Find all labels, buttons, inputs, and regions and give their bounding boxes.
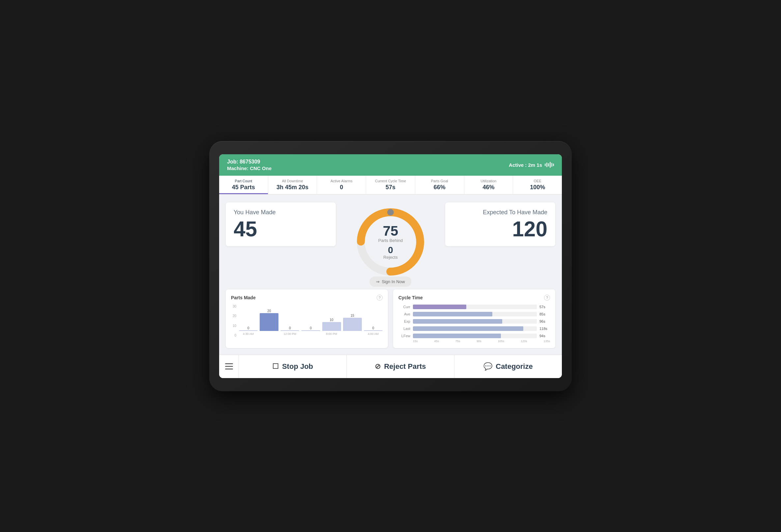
bar-rect-0 xyxy=(239,330,258,331)
menu-button[interactable] xyxy=(219,355,239,378)
stop-job-icon: ☐ xyxy=(272,362,279,371)
bar-group-5: 15 xyxy=(343,304,362,331)
parts-made-chart-area: 30 20 10 0 0200010150 4:30 AM12:00 PM8:0… xyxy=(231,304,382,337)
header-left: Job: 8675309 Machine: CNC One xyxy=(227,159,272,171)
bar-group-6: 0 xyxy=(364,304,382,331)
stop-job-label: Stop Job xyxy=(282,362,313,371)
cycle-time-help-icon[interactable]: ? xyxy=(544,295,550,300)
parts-behind-label: Parts Behind xyxy=(378,238,403,243)
y-axis: 30 20 10 0 xyxy=(231,304,238,337)
bar-group-1: 20 xyxy=(260,304,279,331)
status-text: Active : 2m 1s xyxy=(509,162,542,168)
reject-parts-button[interactable]: ⊘ Reject Parts xyxy=(347,355,454,378)
job-label: Job: 8675309 xyxy=(227,159,272,165)
reject-parts-label: Reject Parts xyxy=(384,362,426,371)
bar-rect-4 xyxy=(322,322,341,331)
parts-behind-value: 75 xyxy=(378,224,403,238)
bottom-row: Parts Made ? 30 20 10 0 0200010150 4:30 … xyxy=(226,289,555,348)
metrics-bar: Part Count 45 PartsAll Downtime 3h 45m 2… xyxy=(219,176,562,195)
stop-job-button[interactable]: ☐ Stop Job xyxy=(239,355,347,378)
bar-group-2: 0 xyxy=(280,304,299,331)
status-label: Active : 2m 1s xyxy=(509,162,554,168)
metric-item-5[interactable]: Utilization 46% xyxy=(464,176,513,194)
bar-group-0: 0 xyxy=(239,304,258,331)
hamburger-icon xyxy=(225,363,233,369)
expected-section: Expected To Have Made 120 xyxy=(445,202,555,246)
cycle-chart-rows: Curr 57s Ave 85s Exp 96s Last 118s LFew … xyxy=(399,304,550,338)
main-content: You Have Made 45 xyxy=(219,195,562,348)
donut-chart: 75 Parts Behind 0 Rejects xyxy=(351,202,430,282)
cycle-row-ave: Ave 85s xyxy=(399,312,550,317)
bar-rect-1 xyxy=(260,313,279,331)
parts-made-help-icon[interactable]: ? xyxy=(377,295,382,300)
parts-made-title: Parts Made xyxy=(231,295,256,300)
expected-value: 120 xyxy=(453,218,547,240)
cycle-row-curr: Curr 57s xyxy=(399,304,550,309)
parts-made-card: Parts Made ? 30 20 10 0 0200010150 4:30 … xyxy=(226,289,388,348)
made-title: You Have Made xyxy=(234,209,328,216)
donut-container: 75 Parts Behind 0 Rejects ⇒ Sign In Now xyxy=(341,202,440,282)
metric-item-6[interactable]: OEE 100% xyxy=(513,176,562,194)
cycle-time-card: Cycle Time ? Curr 57s Ave 85s Exp 96s La… xyxy=(393,289,555,348)
bar-rect-6 xyxy=(364,330,382,331)
tablet-screen: Job: 8675309 Machine: CNC One Active : 2… xyxy=(219,154,562,378)
cycle-row-lfew: LFew 94s xyxy=(399,334,550,338)
donut-center: 75 Parts Behind 0 Rejects xyxy=(378,224,403,260)
categorize-icon: 💬 xyxy=(484,362,492,371)
bar-x-labels: 4:30 AM12:00 PM8:00 PM4:00 AM xyxy=(239,332,382,335)
categorize-button[interactable]: 💬 Categorize xyxy=(454,355,562,378)
cycle-time-header: Cycle Time ? xyxy=(399,295,550,300)
rejects-label: Rejects xyxy=(378,255,403,260)
bar-area: 0200010150 4:30 AM12:00 PM8:00 PM4:00 AM xyxy=(239,304,382,337)
bar-rect-5 xyxy=(343,318,362,331)
svg-point-2 xyxy=(387,209,394,215)
metric-item-4[interactable]: Parts Goal 66% xyxy=(415,176,464,194)
top-row: You Have Made 45 xyxy=(226,202,555,282)
metric-item-0[interactable]: Part Count 45 Parts xyxy=(219,176,268,194)
rejects-value: 0 xyxy=(378,246,403,255)
cycle-time-title: Cycle Time xyxy=(399,295,423,300)
machine-label: Machine: CNC One xyxy=(227,165,272,171)
metric-item-1[interactable]: All Downtime 3h 45m 20s xyxy=(268,176,317,194)
bars: 0200010150 xyxy=(239,304,382,331)
sign-in-button[interactable]: ⇒ Sign In Now xyxy=(369,277,411,287)
sign-in-label: Sign In Now xyxy=(382,279,405,284)
expected-title: Expected To Have Made xyxy=(453,209,547,216)
bar-rect-3 xyxy=(301,330,320,331)
header: Job: 8675309 Machine: CNC One Active : 2… xyxy=(219,154,562,176)
categorize-label: Categorize xyxy=(496,362,533,371)
waveform-icon xyxy=(545,162,554,168)
parts-made-header: Parts Made ? xyxy=(231,295,382,300)
cycle-row-last: Last 118s xyxy=(399,326,550,331)
cycle-x-axis: 15s45s75s90s105s120s135s xyxy=(399,339,550,343)
sign-in-icon: ⇒ xyxy=(376,279,380,284)
bar-group-3: 0 xyxy=(301,304,320,331)
cycle-row-exp: Exp 96s xyxy=(399,319,550,324)
metric-item-2[interactable]: Active Alarms 0 xyxy=(317,176,366,194)
tablet-device: Job: 8675309 Machine: CNC One Active : 2… xyxy=(209,141,572,391)
made-section: You Have Made 45 xyxy=(226,202,336,246)
made-value: 45 xyxy=(234,218,328,240)
metric-item-3[interactable]: Current Cycle Time 57s xyxy=(366,176,415,194)
bar-rect-2 xyxy=(280,330,299,331)
reject-parts-icon: ⊘ xyxy=(375,362,381,371)
bar-group-4: 10 xyxy=(322,304,341,331)
footer: ☐ Stop Job ⊘ Reject Parts 💬 Categorize xyxy=(219,355,562,378)
